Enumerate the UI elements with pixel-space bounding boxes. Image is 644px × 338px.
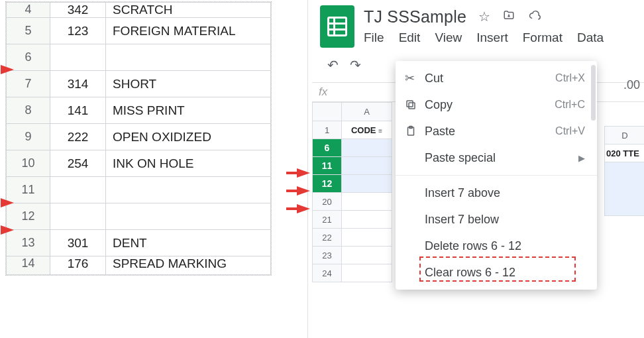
star-icon[interactable]: ☆ <box>478 9 490 25</box>
row-number: 4 <box>7 3 50 18</box>
row-number[interactable]: 24 <box>313 264 342 282</box>
menu-item-copy[interactable]: Copy Ctrl+C <box>396 91 597 118</box>
menu-item-delete-rows[interactable]: Delete rows 6 - 12 <box>396 233 597 259</box>
cell-selected-region[interactable] <box>604 162 644 216</box>
table-row: 14 176 SPREAD MARKING <box>7 256 271 275</box>
cell[interactable] <box>342 157 392 175</box>
table-row: 8 141 MISS PRINT <box>7 97 271 124</box>
row-number[interactable]: 23 <box>313 247 342 264</box>
move-folder-icon[interactable] <box>502 9 515 25</box>
cell-desc: OPEN OXIDIZED <box>106 124 271 150</box>
column-d-strip: D 020 TTE <box>604 126 644 216</box>
row-number-selected[interactable]: 6 <box>313 139 342 157</box>
context-menu: ✂ Cut Ctrl+X Copy Ctrl+C Paste Ctrl+V Pa… <box>396 61 597 290</box>
table-row: 6 <box>7 44 271 71</box>
cell[interactable] <box>342 193 392 211</box>
cell[interactable] <box>342 211 392 229</box>
table-row[interactable]: 21 <box>313 211 392 229</box>
table-row[interactable]: 12 <box>313 175 392 193</box>
table-row: 11 <box>7 177 271 203</box>
menu-item-insert-above[interactable]: Insert 7 above <box>396 180 597 206</box>
table-row: 7 314 SHORT <box>7 71 271 97</box>
menu-format[interactable]: Format <box>523 30 563 45</box>
fx-label: fx <box>319 85 327 99</box>
table-row[interactable]: 1 CODE ≡ <box>313 121 392 139</box>
cell-code <box>50 177 106 203</box>
arrow-icon <box>1 225 14 235</box>
row-number[interactable]: 20 <box>313 193 342 211</box>
menu-data[interactable]: Data <box>577 30 604 45</box>
menu-item-label: Insert 7 above <box>425 186 585 200</box>
table-row: 5 123 FOREIGN MATERIAL <box>7 18 271 44</box>
table-row[interactable]: 20 <box>313 193 392 211</box>
arrow-icon <box>297 204 310 213</box>
menu-item-cut[interactable]: ✂ Cut Ctrl+X <box>396 65 597 91</box>
menu-file[interactable]: File <box>364 30 384 45</box>
redo-icon[interactable]: ↷ <box>348 57 362 73</box>
menu-item-label: Paste <box>425 125 555 139</box>
filter-icon[interactable]: ≡ <box>378 127 382 135</box>
svg-rect-5 <box>407 101 413 107</box>
scissors-icon: ✂ <box>405 71 425 85</box>
cell-header-d[interactable]: 020 TTE <box>604 144 644 162</box>
menu-item-insert-below[interactable]: Insert 7 below <box>396 206 597 233</box>
row-number[interactable]: 1 <box>313 121 342 139</box>
menu-item-paste[interactable]: Paste Ctrl+V <box>396 118 597 144</box>
left-spreadsheet-preview: 4 342 SCRATCH 5 123 FOREIGN MATERIAL 6 7… <box>5 1 272 276</box>
row-number: 10 <box>7 150 50 177</box>
cell-desc: SHORT <box>106 71 271 97</box>
cell[interactable] <box>342 229 392 247</box>
menubar: File Edit View Insert Format Data <box>364 30 644 45</box>
cell-desc: SCRATCH <box>106 3 271 18</box>
table-row: 10 254 INK ON HOLE <box>7 150 271 177</box>
table-row[interactable]: 22 <box>313 229 392 247</box>
column-header-a[interactable]: A <box>342 103 392 121</box>
menu-edit[interactable]: Edit <box>399 30 421 45</box>
table-row[interactable]: 11 <box>313 157 392 175</box>
cell-code: 123 <box>50 18 106 44</box>
page-title[interactable]: TJ SSSample <box>364 7 466 27</box>
menu-scrollbar[interactable] <box>591 65 596 121</box>
row-number[interactable]: 22 <box>313 229 342 247</box>
cell-desc: FOREIGN MATERIAL <box>106 18 271 44</box>
decimal-button[interactable]: .00 <box>623 78 640 92</box>
chevron-right-icon: ▶ <box>578 153 585 163</box>
clipboard-icon <box>405 125 425 137</box>
cell[interactable] <box>342 175 392 193</box>
menu-view[interactable]: View <box>435 30 462 45</box>
sheets-window: TJ SSSample ☆ File Edit View Insert Form… <box>307 0 644 338</box>
cloud-status-icon[interactable] <box>527 9 542 25</box>
select-all-corner[interactable] <box>313 103 342 121</box>
title-bar: TJ SSSample ☆ File Edit View Insert Form… <box>308 0 644 48</box>
mini-grid: A 1 CODE ≡ 6 11 12 20 21 22 23 24 <box>312 102 392 282</box>
menu-insert[interactable]: Insert <box>476 30 508 45</box>
cell-code: 254 <box>50 150 106 177</box>
row-number: 9 <box>7 124 50 150</box>
cell-code: 314 <box>50 71 106 97</box>
row-number-selected[interactable]: 12 <box>313 175 342 193</box>
table-row[interactable]: 6 <box>313 139 392 157</box>
cell[interactable] <box>342 139 392 157</box>
undo-icon[interactable]: ↶ <box>325 57 340 73</box>
table-row[interactable]: 24 <box>313 264 392 282</box>
menu-item-label: Delete rows 6 - 12 <box>425 239 585 253</box>
menu-item-label: Copy <box>425 98 555 112</box>
menu-item-accel: Ctrl+V <box>555 125 585 137</box>
cell-code: 342 <box>50 3 106 18</box>
svg-rect-0 <box>329 18 347 36</box>
cell-code <box>50 203 106 230</box>
table-row: 4 342 SCRATCH <box>7 3 271 18</box>
cell[interactable] <box>342 264 392 282</box>
row-number-selected[interactable]: 11 <box>313 157 342 175</box>
menu-item-paste-special[interactable]: Paste special ▶ <box>396 144 597 171</box>
cell-header-code[interactable]: CODE ≡ <box>342 121 392 139</box>
row-number[interactable]: 21 <box>313 211 342 229</box>
menu-item-label: Insert 7 below <box>425 213 585 227</box>
table-row[interactable]: 23 <box>313 247 392 264</box>
cell-desc <box>106 44 271 71</box>
column-header-d[interactable]: D <box>604 126 644 144</box>
cell[interactable] <box>342 247 392 264</box>
arrow-icon <box>297 186 310 196</box>
cell-code: 141 <box>50 97 106 124</box>
menu-item-clear-rows[interactable]: Clear rows 6 - 12 <box>396 259 597 286</box>
